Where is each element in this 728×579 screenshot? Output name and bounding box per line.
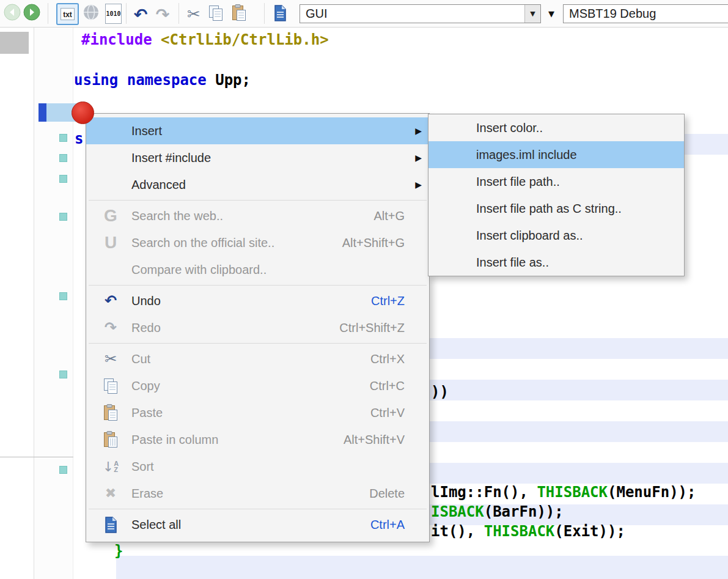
menu-item-redo[interactable]: ↷RedoCtrl+Shift+Z [86, 314, 429, 341]
menu-item-label: Insert file path.. [476, 175, 560, 189]
menu-item-label: Undo [131, 294, 161, 308]
redo-icon: ↷ [156, 6, 170, 23]
menu-item-label: Search the web.. [131, 209, 223, 223]
copy-icon [96, 378, 125, 394]
menu-shortcut: Alt+Shift+G [342, 236, 405, 250]
menu-shortcut: Delete [369, 487, 405, 501]
menu-item-label: Compare with clipboard.. [131, 263, 267, 277]
menu-item-label: Insert #include [131, 151, 211, 165]
line-highlight-band [116, 556, 728, 579]
menu-item-label: Erase [131, 487, 163, 501]
menu-shortcut: Ctrl+C [370, 379, 405, 393]
menu-item-label: Sort [131, 460, 154, 474]
menu-shortcut: Alt+G [373, 209, 405, 223]
menu-item-label: Select all [131, 518, 181, 532]
menu-item-insert[interactable]: Insert▶ [86, 117, 429, 144]
copy-icon [208, 5, 224, 24]
toolbar-separator [264, 3, 265, 24]
toolbar-separator [178, 3, 179, 24]
menu-item-insert-include[interactable]: Insert #include▶ [86, 144, 429, 171]
menu-separator [89, 343, 427, 344]
menu-item-label: Redo [131, 321, 161, 335]
erase-icon: ✖ [96, 487, 125, 500]
document-icon [274, 5, 287, 24]
copy-button[interactable] [207, 5, 225, 23]
code-frag-exit: it(), THISBACK(Exit)); [431, 522, 625, 540]
edit-marker [59, 371, 67, 378]
menu-item-label: Insert file path as C string.. [476, 202, 622, 216]
code-line-struct-partial: s [75, 130, 83, 148]
chevron-down-icon: ▼ [548, 9, 554, 18]
menu-item-advanced[interactable]: Advanced▶ [86, 171, 429, 198]
text-mode-button[interactable]: txt [56, 3, 79, 25]
doc-blue-icon [96, 517, 125, 533]
submenu-arrow-icon: ▶ [415, 180, 422, 190]
menu-item-insert-file-path[interactable]: Insert file path.. [428, 168, 684, 195]
menu-shortcut: Ctrl+X [370, 352, 405, 366]
navigate-forward-button[interactable] [23, 5, 40, 22]
code-frag-brace: } [114, 542, 123, 560]
package-dropdown-button[interactable]: ▼ [543, 4, 560, 23]
menu-item-search-the-web[interactable]: GSearch the web..Alt+G [86, 202, 429, 229]
menu-item-undo[interactable]: ↶UndoCtrl+Z [86, 287, 429, 314]
undo-button[interactable]: ↶ [130, 4, 151, 24]
build-config-value: MSBT19 Debug [564, 7, 656, 21]
package-list-selection[interactable] [0, 32, 29, 54]
txt-icon: txt [61, 8, 75, 20]
menu-item-images-iml-include[interactable]: images.iml include [428, 141, 684, 168]
menu-item-insert-file-path-as-c-string[interactable]: Insert file path as C string.. [428, 195, 684, 222]
build-config-combo[interactable]: MSBT19 Debug [563, 4, 728, 23]
paste-button[interactable] [230, 4, 248, 24]
binary-mode-button[interactable]: 1010 [105, 4, 122, 24]
menu-item-select-all[interactable]: Select allCtrl+A [86, 511, 429, 538]
menu-item-insert-file-as[interactable]: Insert file as.. [428, 249, 684, 276]
menu-item-label: Search on the official site.. [131, 236, 274, 250]
menu-item-label: Copy [131, 379, 160, 393]
redo-icon: ↷ [96, 320, 125, 335]
menu-item-paste[interactable]: PasteCtrl+V [86, 399, 429, 426]
menu-item-insert-color[interactable]: Insert color.. [428, 114, 684, 141]
build-method-value: GUI [300, 7, 328, 21]
cut-button[interactable]: ✂ [183, 4, 205, 24]
edit-marker [59, 466, 67, 474]
code-line-include: #include <CtrlLib/CtrlLib.h> [81, 31, 329, 49]
menu-item-cut[interactable]: ✂CutCtrl+X [86, 345, 429, 372]
submenu-arrow-icon: ▶ [415, 126, 422, 136]
paste-column-icon [96, 431, 125, 448]
build-method-combo[interactable]: GUI ▼ [300, 4, 541, 23]
arrow-left-icon [4, 4, 21, 23]
edit-marker [59, 175, 67, 183]
breakpoint-marker[interactable] [72, 101, 94, 124]
navigate-back-button[interactable] [4, 5, 21, 22]
edit-marker [59, 154, 67, 162]
arrow-right-icon [23, 4, 40, 23]
menu-separator [89, 509, 427, 509]
menu-item-insert-clipboard-as[interactable]: Insert clipboard as.. [428, 222, 684, 249]
menu-item-label: Cut [131, 352, 150, 366]
browse-mode-button[interactable] [82, 4, 100, 23]
google-icon: G [96, 206, 125, 226]
selection-margin-bar [39, 103, 46, 122]
globe-icon [82, 3, 100, 24]
paste-icon [96, 404, 125, 421]
menu-item-copy[interactable]: CopyCtrl+C [86, 372, 429, 399]
undo-icon: ↶ [96, 293, 125, 308]
menu-item-label: Insert clipboard as.. [476, 229, 583, 243]
menu-item-label: Insert color.. [476, 121, 543, 135]
menu-item-search-on-the-official-site[interactable]: USearch on the official site..Alt+Shift+… [86, 229, 429, 256]
cut-icon: ✂ [96, 352, 125, 366]
menu-item-label: images.iml include [476, 148, 577, 162]
menu-item-compare-with-clipboard[interactable]: Compare with clipboard.. [86, 256, 429, 283]
chevron-down-icon[interactable]: ▼ [524, 5, 540, 23]
menu-shortcut: Alt+Shift+V [344, 433, 405, 447]
panel-splitter[interactable] [0, 457, 73, 457]
file-document-button[interactable] [271, 4, 289, 24]
menu-item-paste-in-column[interactable]: Paste in columnAlt+Shift+V [86, 426, 429, 453]
redo-button[interactable]: ↷ [152, 4, 173, 24]
sort-icon: ↓AZ [96, 459, 125, 474]
toolbar-separator [48, 3, 48, 24]
menu-item-erase[interactable]: ✖EraseDelete [86, 480, 429, 507]
upp-icon: U [96, 233, 125, 253]
menu-item-label: Paste [131, 406, 163, 420]
menu-item-sort[interactable]: ↓AZSort [86, 453, 429, 480]
